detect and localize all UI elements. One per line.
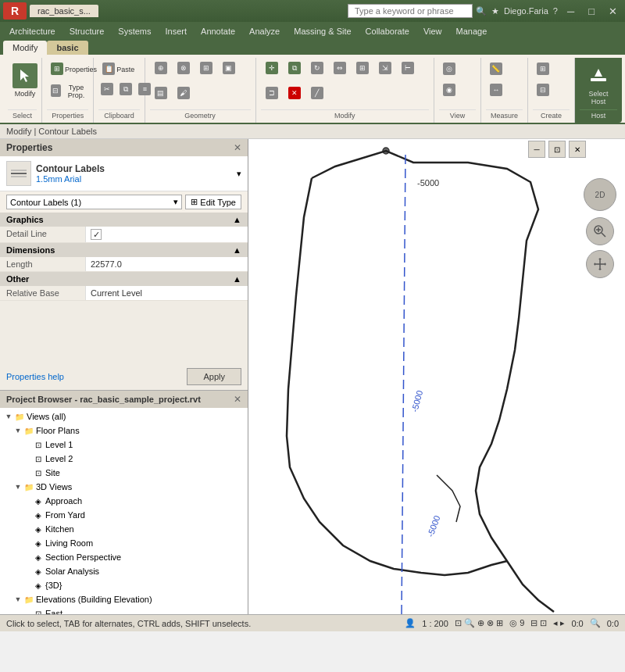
tree-row-3d-default[interactable]: ◈ {3D} <box>0 579 248 592</box>
tab-basic[interactable]: basic <box>47 41 88 55</box>
edit-type-label: Edit Type <box>200 198 236 207</box>
delete-btn[interactable]: ✕ <box>284 84 305 103</box>
tree-row-living-room[interactable]: ◈ Living Room <box>0 537 248 549</box>
view-group-label: View <box>439 109 476 121</box>
create-btn2[interactable]: ⊟ <box>533 80 561 101</box>
ribbon-group-measure: 📏 ↔ Measure <box>481 58 528 123</box>
dimensions-collapse-icon[interactable]: ▲ <box>233 245 241 255</box>
properties-btn[interactable]: ⊞ Properties <box>47 59 101 80</box>
modify-button[interactable]: Modify <box>8 59 42 100</box>
folder-icon: 📁 <box>14 411 25 422</box>
paste-btn[interactable]: 📋 Paste <box>98 59 138 80</box>
menu-analyze[interactable]: Analyze <box>243 25 286 38</box>
tree-row-site[interactable]: ⊡ Site <box>0 466 248 479</box>
graphics-collapse-icon[interactable]: ▲ <box>233 215 241 224</box>
type-properties-btn[interactable]: ⊟ Type Prop. <box>47 80 94 102</box>
menu-architecture[interactable]: Architecture <box>3 25 62 38</box>
cut-geom-btn[interactable]: ⊗ <box>173 59 195 78</box>
hide-elem-btn[interactable]: ◎ <box>439 59 467 80</box>
menu-massing-site[interactable]: Massing & Site <box>288 25 357 38</box>
active-tab[interactable]: rac_basic_s... <box>30 5 98 17</box>
status-person-icon: 👤 <box>405 618 416 628</box>
cut-btn[interactable]: ✂ <box>98 80 116 99</box>
join-btn[interactable]: ⊕ <box>150 59 172 78</box>
browser-close-button[interactable]: ✕ <box>234 394 241 405</box>
offset-btn[interactable]: ⊐ <box>261 84 283 103</box>
menu-collaborate[interactable]: Collaborate <box>359 25 416 38</box>
drawing-close-btn[interactable]: ✕ <box>569 141 586 158</box>
close-button[interactable]: ✕ <box>604 4 622 19</box>
maximize-button[interactable]: □ <box>584 4 599 19</box>
copy-btn[interactable]: ⧉ <box>117 80 134 99</box>
help-icon[interactable]: ? <box>553 6 558 16</box>
minimize-button[interactable]: ─ <box>562 4 579 19</box>
select-group-label: Select <box>8 109 37 121</box>
tree-row-approach[interactable]: ◈ Approach <box>0 495 248 507</box>
expander-3dviews[interactable]: ▼ <box>12 481 23 492</box>
title-search-input[interactable] <box>348 4 473 18</box>
other-collapse-icon[interactable]: ▲ <box>233 274 241 284</box>
mirror-btn[interactable]: ⇔ <box>329 59 351 78</box>
drawing-minimize-btn[interactable]: ─ <box>528 141 545 158</box>
wall-btn[interactable]: ▣ <box>218 59 240 78</box>
linework-btn[interactable]: ╱ <box>306 84 328 103</box>
3d-icon: ◈ <box>33 495 44 506</box>
tab-modify[interactable]: Modify <box>3 41 47 55</box>
drawing-restore-btn[interactable]: ⊡ <box>548 141 566 158</box>
detail-line-value[interactable]: ✓ <box>86 227 248 242</box>
floor-btn[interactable]: ▤ <box>150 84 172 103</box>
tree-row-section-perspective[interactable]: ◈ Section Perspective <box>0 551 248 563</box>
nav-zoom-button[interactable] <box>586 217 614 245</box>
rotate-btn[interactable]: ↻ <box>306 59 328 78</box>
measure-btn[interactable]: 📏 <box>486 59 514 80</box>
detail-line-checkbox[interactable]: ✓ <box>91 229 102 240</box>
properties-close-button[interactable]: ✕ <box>234 142 241 153</box>
tree-row-east[interactable]: ⊡ East <box>0 607 248 614</box>
expander-floor-plans[interactable]: ▼ <box>12 425 23 436</box>
browser-tree: ▼ 📁 Views (all) ▼ 📁 Floor Plans <box>0 408 248 614</box>
expander-elevations[interactable]: ▼ <box>12 594 23 605</box>
menu-manage[interactable]: Manage <box>450 25 494 38</box>
tree-row-views[interactable]: ▼ 📁 Views (all) <box>0 410 248 423</box>
create-btn1[interactable]: ⊞ <box>533 59 561 80</box>
properties-help-link[interactable]: Properties help <box>6 372 64 381</box>
tree-row-floor-plans[interactable]: ▼ 📁 Floor Plans <box>0 424 248 437</box>
3d-icon: ◈ <box>33 566 44 577</box>
edit-type-button[interactable]: ⊞ Edit Type <box>185 195 241 209</box>
trim-btn[interactable]: ⊢ <box>397 59 419 78</box>
type-properties-label: Type Prop. <box>62 84 90 99</box>
dim-btn[interactable]: ↔ <box>486 80 514 101</box>
copy-tool-btn[interactable]: ⧉ <box>284 59 305 78</box>
nav-pan-button[interactable] <box>586 250 614 278</box>
tree-row-solar-analysis[interactable]: ◈ Solar Analysis <box>0 565 248 577</box>
reveal-btn[interactable]: ◉ <box>439 80 467 101</box>
tree-row-from-yard[interactable]: ◈ From Yard <box>0 509 248 521</box>
elevations-label: Elevations (Building Elevation) <box>36 595 245 604</box>
scale-btn[interactable]: ⇲ <box>374 59 396 78</box>
split-btn[interactable]: ⊞ <box>195 59 217 78</box>
bookmark-icon[interactable]: ★ <box>491 6 499 16</box>
nav-2d-button[interactable]: 2D <box>584 178 616 211</box>
tree-row-elevations[interactable]: ▼ 📁 Elevations (Building Elevation) <box>0 593 248 606</box>
move-btn[interactable]: ✛ <box>261 59 283 78</box>
dropdown-arrow[interactable]: ▾ <box>237 169 241 179</box>
menu-structure[interactable]: Structure <box>63 25 111 38</box>
tree-row-3dviews[interactable]: ▼ 📁 3D Views <box>0 481 248 493</box>
paint-btn[interactable]: 🖌 <box>173 84 195 103</box>
menu-insert[interactable]: Insert <box>159 25 194 38</box>
apply-button[interactable]: Apply <box>187 368 241 385</box>
contour-labels-dropdown[interactable]: Contour Labels (1) ▾ <box>6 195 182 209</box>
menu-systems[interactable]: Systems <box>112 25 157 38</box>
expander-views[interactable]: ▼ <box>3 411 14 422</box>
nav-arrows[interactable]: ◂ ▸ <box>553 618 565 628</box>
tree-row-level2[interactable]: ⊡ Level 2 <box>0 452 248 465</box>
ribbon: Modify basic Modify Select ⊞ Properties <box>0 41 625 124</box>
select-host-button[interactable]: Select Host <box>580 59 617 108</box>
menu-view[interactable]: View <box>417 25 448 38</box>
array-btn[interactable]: ⊞ <box>352 59 373 78</box>
views-label: Views (all) <box>27 412 245 421</box>
search-icon[interactable]: 🔍 <box>476 6 487 16</box>
menu-annotate[interactable]: Annotate <box>195 25 241 38</box>
tree-row-level1[interactable]: ⊡ Level 1 <box>0 438 248 451</box>
tree-row-kitchen[interactable]: ◈ Kitchen <box>0 523 248 535</box>
